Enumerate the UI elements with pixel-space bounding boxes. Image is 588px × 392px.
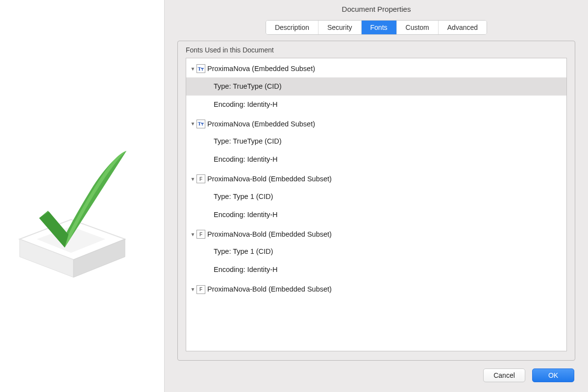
- font-row[interactable]: ▼TᴛProximaNova (Embedded Subset): [186, 119, 566, 133]
- font-encoding-row[interactable]: Encoding: Identity-H: [186, 206, 566, 224]
- left-illustration-panel: [0, 0, 164, 392]
- disclosure-triangle-icon[interactable]: ▼: [190, 66, 196, 72]
- tab-description[interactable]: Description: [266, 21, 318, 34]
- truetype-font-icon: Tᴛ: [196, 64, 205, 73]
- font-type-row[interactable]: Type: Type 1 (CID): [186, 243, 566, 261]
- font-row[interactable]: ▼FProximaNova-Bold (Embedded Subset): [186, 229, 566, 243]
- tab-custom[interactable]: Custom: [397, 21, 439, 34]
- font-encoding-row[interactable]: Encoding: Identity-H: [186, 96, 566, 114]
- fonts-panel-label: Fonts Used in this Document: [178, 46, 575, 58]
- font-row[interactable]: ▼FProximaNova-Bold (Embedded Subset): [186, 284, 566, 298]
- font-entry[interactable]: ▼TᴛProximaNova (Embedded Subset)Type: Tr…: [186, 58, 566, 114]
- font-entry[interactable]: ▼TᴛProximaNova (Embedded Subset)Type: Tr…: [186, 114, 566, 169]
- tab-security[interactable]: Security: [318, 21, 362, 34]
- font-name-label: ProximaNova (Embedded Subset): [207, 120, 315, 129]
- font-type-row[interactable]: Type: TrueType (CID): [186, 132, 566, 150]
- tab-group: Description Security Fonts Custom Advanc…: [266, 20, 487, 35]
- type1-font-icon: F: [196, 174, 205, 183]
- tab-advanced[interactable]: Advanced: [439, 21, 487, 34]
- truetype-font-icon: Tᴛ: [196, 120, 205, 128]
- document-properties-dialog: Document Properties Description Security…: [164, 0, 588, 392]
- font-list[interactable]: ▼TᴛProximaNova (Embedded Subset)Type: Tr…: [186, 58, 567, 351]
- dialog-button-row: Cancel OK: [165, 361, 588, 392]
- font-name-label: ProximaNova-Bold (Embedded Subset): [207, 174, 332, 184]
- font-row[interactable]: ▼FProximaNova-Bold (Embedded Subset): [186, 173, 566, 188]
- dialog-title: Document Properties: [165, 0, 588, 20]
- checkmark-illustration: [10, 137, 142, 284]
- font-entry[interactable]: ▼FProximaNova-Bold (Embedded Subset)Type…: [186, 169, 566, 224]
- tab-bar: Description Security Fonts Custom Advanc…: [165, 20, 588, 41]
- type1-font-icon: F: [196, 230, 205, 239]
- font-row[interactable]: ▼TᴛProximaNova (Embedded Subset): [186, 63, 566, 77]
- font-encoding-row[interactable]: Encoding: Identity-H: [186, 150, 566, 169]
- font-type-row[interactable]: Type: TrueType (CID): [186, 77, 566, 96]
- font-name-label: ProximaNova-Bold (Embedded Subset): [207, 230, 332, 239]
- fonts-panel: Fonts Used in this Document ▼TᴛProximaNo…: [177, 41, 575, 361]
- font-entry[interactable]: ▼FProximaNova-Bold (Embedded Subset): [186, 279, 566, 298]
- font-entry[interactable]: ▼FProximaNova-Bold (Embedded Subset)Type…: [186, 224, 566, 279]
- font-name-label: ProximaNova (Embedded Subset): [207, 64, 315, 74]
- font-type-row[interactable]: Type: Type 1 (CID): [186, 188, 566, 206]
- font-name-label: ProximaNova-Bold (Embedded Subset): [207, 285, 332, 294]
- tab-fonts[interactable]: Fonts: [362, 21, 397, 34]
- disclosure-triangle-icon[interactable]: ▼: [190, 176, 196, 182]
- ok-button[interactable]: OK: [532, 368, 574, 382]
- cancel-button[interactable]: Cancel: [483, 368, 525, 382]
- disclosure-triangle-icon[interactable]: ▼: [190, 232, 196, 237]
- disclosure-triangle-icon[interactable]: ▼: [190, 287, 196, 292]
- disclosure-triangle-icon[interactable]: ▼: [190, 121, 196, 126]
- font-encoding-row[interactable]: Encoding: Identity-H: [186, 261, 566, 279]
- type1-font-icon: F: [196, 285, 205, 294]
